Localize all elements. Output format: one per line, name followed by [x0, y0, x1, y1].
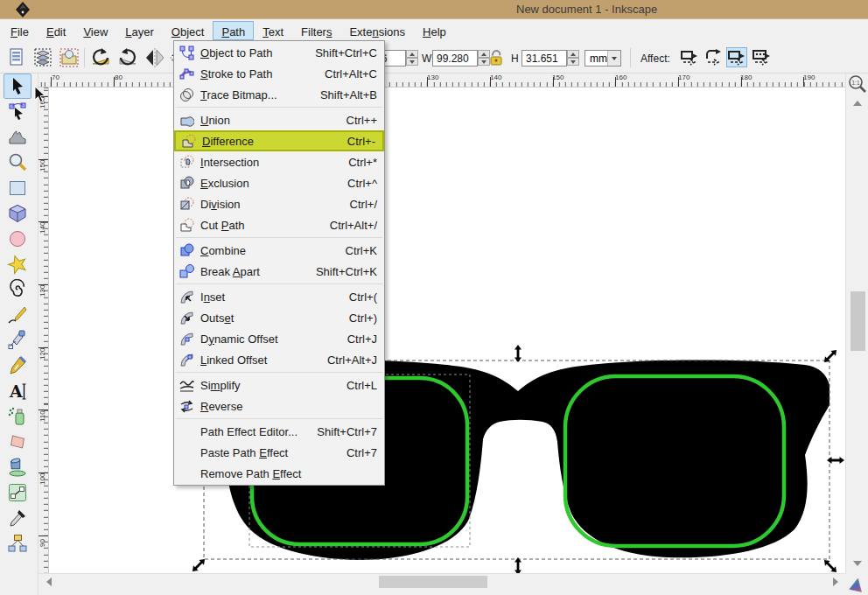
menu-item-dynamic-offset[interactable]: Dynamic OffsetCtrl+J [174, 328, 384, 349]
menu-item-break-apart[interactable]: Break ApartShift+Ctrl+K [174, 261, 384, 282]
tool-gradient[interactable] [4, 480, 32, 505]
menu-item-exclusion[interactable]: ExclusionCtrl+^ [174, 172, 384, 193]
menu-file[interactable]: File [2, 21, 38, 40]
menu-item-division[interactable]: DivisionCtrl+/ [174, 193, 384, 214]
scroll-left-icon[interactable] [42, 575, 56, 589]
tool-connector[interactable] [4, 530, 32, 556]
toolbar-separator [630, 48, 631, 67]
lock-ratio-icon[interactable] [486, 48, 509, 71]
inkscape-window: New document 1 - Inkscape File Edit View… [0, 0, 868, 595]
menu-item-combine[interactable]: CombineCtrl+K [174, 240, 384, 261]
menu-item-linked-offset[interactable]: Linked OffsetCtrl+Alt+J [174, 349, 384, 370]
tool-node-editor[interactable] [4, 99, 32, 124]
tool-ellipse[interactable] [4, 226, 32, 251]
menu-item-paste-path-effect[interactable]: Paste Path EffectCtrl+7 [174, 442, 384, 463]
scroll-right-icon[interactable] [828, 575, 842, 589]
menu-item-reverse[interactable]: Reverse [174, 396, 384, 416]
title-bar[interactable]: New document 1 - Inkscape [0, 0, 868, 19]
horizontal-scrollbar[interactable] [38, 573, 845, 589]
scale-corners-toggle[interactable] [704, 47, 724, 67]
menu-filters[interactable]: Filters [292, 21, 340, 40]
move-patterns-toggle[interactable] [751, 47, 772, 67]
vertical-ruler[interactable]: 160 150 140 130 120 110 100 90 [38, 88, 49, 573]
tool-dropper[interactable] [4, 505, 32, 530]
inset-icon [179, 290, 194, 304]
select-all-button[interactable] [5, 46, 28, 69]
menu-item-cut-path[interactable]: Cut PathCtrl+Alt+/ [174, 214, 384, 235]
menu-extensions[interactable]: Extensions [340, 21, 414, 40]
h-label: H [511, 52, 519, 65]
menu-edit[interactable]: Edit [38, 21, 74, 40]
flip-horizontal-button[interactable] [144, 46, 166, 69]
vertical-scrollbar[interactable]: 1:1 [845, 74, 868, 574]
menu-item-path-effect-editor[interactable]: Path Effect Editor...Shift+Ctrl+7 [174, 421, 384, 442]
menu-view[interactable]: View [74, 21, 116, 40]
menu-path[interactable]: Path [213, 21, 254, 40]
tool-spiral[interactable] [4, 276, 32, 302]
menu-item-stroke-to-path[interactable]: Stroke to PathCtrl+Alt+C [174, 63, 384, 84]
tool-text[interactable]: A [4, 378, 32, 403]
y-spinner[interactable] [406, 50, 418, 66]
difference-icon [181, 134, 196, 149]
color-profile-widget[interactable] [845, 573, 868, 595]
cut-path-icon [179, 218, 194, 233]
tool-pencil[interactable] [4, 302, 32, 327]
menu-bar: File Edit View Layer Object Path Text Fi… [0, 19, 868, 41]
tool-paint-bucket[interactable] [4, 454, 32, 480]
tool-box-3d[interactable] [4, 200, 32, 226]
toolbox: A [0, 74, 38, 595]
tool-tweak[interactable] [4, 124, 32, 150]
tool-select[interactable] [4, 74, 32, 99]
canvas[interactable] [49, 88, 845, 573]
dynamic-offset-icon [179, 332, 194, 346]
tool-star[interactable] [4, 251, 32, 276]
unit-select[interactable]: mm [584, 50, 621, 66]
scale-handle-bottom[interactable] [514, 557, 522, 573]
scroll-up-icon[interactable] [850, 96, 865, 110]
height-spinner[interactable] [567, 50, 579, 66]
menu-item-intersection[interactable]: IntersectionCtrl+* [174, 151, 384, 172]
menu-layer[interactable]: Layer [116, 21, 163, 40]
height-field[interactable]: 31.651 [522, 50, 567, 66]
ruler-label: 180 [740, 74, 752, 81]
menu-item-outset[interactable]: OutsetCtrl+) [174, 307, 384, 328]
menu-item-trace-bitmap[interactable]: Trace Bitmap...Shift+Alt+B [174, 84, 384, 105]
tool-pen[interactable] [4, 327, 32, 353]
tool-rectangle[interactable] [4, 175, 32, 200]
hscroll-thumb[interactable] [379, 576, 487, 588]
menu-text[interactable]: Text [254, 21, 292, 40]
horizontal-ruler[interactable]: 70 80 90 100 110 120 130 140 150 160 170… [38, 74, 845, 88]
scale-handle-bottom-left[interactable] [190, 556, 207, 573]
tool-spray[interactable] [4, 403, 32, 429]
scale-handle-bottom-right[interactable] [822, 557, 839, 573]
scale-stroke-toggle[interactable] [679, 47, 700, 67]
deselect-button[interactable] [58, 46, 80, 69]
width-field[interactable]: 99.280 [432, 50, 478, 66]
intersection-icon [179, 155, 194, 170]
scale-handle-top-right[interactable] [822, 347, 839, 365]
menu-item-union[interactable]: UnionCtrl++ [174, 109, 384, 130]
tool-calligraphy[interactable] [4, 353, 32, 378]
menu-item-simplify[interactable]: SimplifyCtrl+L [174, 374, 384, 396]
vscroll-thumb[interactable] [850, 291, 865, 351]
menu-object[interactable]: Object [163, 21, 214, 40]
menu-item-object-to-path[interactable]: Object to PathShift+Ctrl+C [174, 42, 384, 63]
scroll-down-icon[interactable] [850, 556, 865, 570]
menu-item-remove-path-effect[interactable]: Remove Path Effect [174, 463, 384, 484]
rotate-ccw-button[interactable] [89, 46, 112, 69]
tool-eraser[interactable] [4, 429, 32, 454]
zoom-1-1-icon[interactable]: 1:1 [847, 74, 868, 94]
simplify-icon [179, 378, 194, 393]
chevron-down-icon[interactable] [607, 51, 620, 66]
w-label: W [422, 52, 431, 65]
move-gradients-toggle[interactable] [726, 47, 747, 67]
rotate-cw-button[interactable] [116, 46, 139, 69]
select-all-layers-button[interactable] [32, 46, 54, 69]
menu-item-difference[interactable]: DifferenceCtrl+- [174, 130, 384, 151]
ruler-label: 140 [490, 74, 501, 81]
menu-item-inset[interactable]: InsetCtrl+( [174, 286, 384, 307]
tool-zoom[interactable] [4, 150, 32, 175]
scale-handle-top[interactable] [514, 345, 522, 362]
menu-help[interactable]: Help [414, 21, 455, 40]
svg-text:1:1: 1:1 [852, 80, 860, 86]
